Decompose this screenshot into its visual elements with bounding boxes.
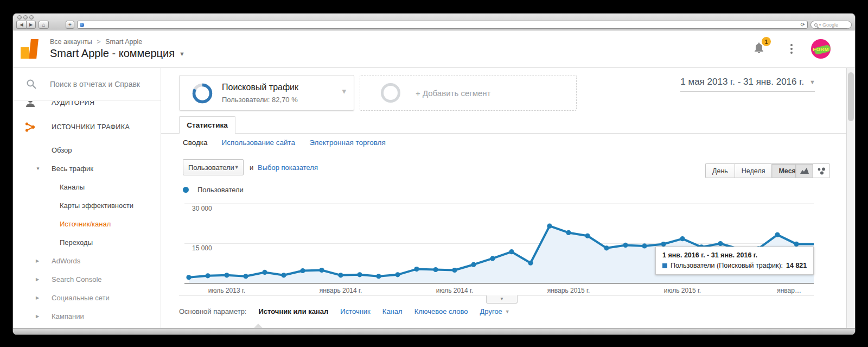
sidebar-item-social[interactable]: ▶Социальные сети	[13, 288, 161, 307]
add-segment-button[interactable]: + Добавить сегмент	[360, 75, 577, 111]
sidebar-item-treemaps[interactable]: Карты эффективности	[13, 196, 161, 214]
chevron-down-icon[interactable]: ▼	[809, 79, 815, 85]
granularity-day-button[interactable]: День	[705, 163, 735, 178]
more-menu-button[interactable]	[788, 42, 795, 56]
window-close-button[interactable]	[17, 15, 22, 20]
sidebar-item-search-console[interactable]: ▶Search Console	[13, 270, 161, 288]
reload-icon[interactable]: ⟳	[801, 22, 805, 28]
traffic-icon	[25, 122, 36, 133]
screenshot-stage: ◀ ▶ ⌂ + ⟳ ▾	[0, 0, 868, 347]
collapse-chart-button[interactable]: ▼	[486, 295, 518, 304]
sidebar-item-audience[interactable]: АУДИТОРИЯ	[13, 101, 161, 113]
sidebar-item-label: ИСТОЧНИКИ ТРАФИКА	[52, 123, 130, 131]
window-zoom-button[interactable]	[29, 15, 34, 20]
breadcrumb-root[interactable]: Все аккаунты	[50, 38, 92, 46]
notification-badge: 1	[762, 37, 771, 46]
x-axis-tick: июль 2013 г.	[208, 287, 245, 294]
tooltip-value: 14 821	[786, 262, 807, 269]
account-block: Все аккаунты > Smart Apple Smart Apple -…	[50, 38, 185, 60]
motion-chart-button[interactable]	[813, 163, 830, 178]
analytics-app: Все аккаунты > Smart Apple Smart Apple -…	[13, 30, 855, 335]
segment-chip-search-traffic[interactable]: Поисковый трафик Пользователи: 82,70 % ▾	[179, 75, 354, 111]
dimension-keyword[interactable]: Ключевое слово	[414, 307, 468, 316]
page-title: Smart Apple - коммерция	[50, 47, 175, 60]
browser-chrome: ◀ ▶ ⌂ + ⟳ ▾	[13, 14, 855, 30]
browser-search-field[interactable]: ▾	[810, 21, 852, 29]
subtab-site-usage[interactable]: Использование сайта	[222, 138, 296, 147]
chevron-right-icon[interactable]: ▶	[36, 258, 39, 263]
metric-select-value: Пользователи	[188, 163, 234, 172]
chevron-right-icon[interactable]: ▶	[36, 314, 39, 319]
add-segment-label: + Добавить сегмент	[416, 89, 491, 98]
dimension-source[interactable]: Источник	[340, 307, 371, 316]
horizontal-scrollbar[interactable]	[13, 328, 855, 335]
x-axis-tick: июль 2014 г.	[436, 287, 473, 294]
dimension-other-dropdown[interactable]: Другое▼	[480, 307, 510, 316]
window-minimize-button[interactable]	[23, 15, 28, 20]
browser-window: ◀ ▶ ⌂ + ⟳ ▾	[13, 14, 855, 335]
chart-tooltip: 1 янв. 2016 г. - 31 янв. 2016 г. Пользов…	[655, 247, 814, 275]
sidebar-item-label: AdWords	[52, 257, 80, 265]
address-input[interactable]	[86, 22, 799, 28]
sidebar-item-overview[interactable]: Обзор	[13, 141, 161, 159]
avatar-label: FORM	[813, 46, 829, 52]
sidebar-item-all-traffic[interactable]: ▼Весь трафик	[13, 159, 161, 178]
browser-toolbar: ◀ ▶ ⌂ + ⟳ ▾	[16, 21, 852, 29]
sidebar-item-referrals[interactable]: Переходы	[13, 233, 161, 251]
segment-donut-icon	[192, 83, 213, 104]
sidebar-item-channels[interactable]: Каналы	[13, 178, 161, 196]
bubbles-icon	[817, 167, 826, 175]
sidebar-item-source-medium[interactable]: Источник/канал	[13, 214, 161, 233]
date-range-selector[interactable]: 1 мая 2013 г. - 31 янв. 2016 г. ▼	[680, 77, 815, 92]
vertical-scrollbar-thumb[interactable]	[848, 72, 854, 121]
tab-statistics[interactable]: Статистика	[179, 116, 235, 134]
x-axis-tick: январ…	[777, 287, 801, 294]
x-axis-tick: январь 2014 г.	[320, 287, 362, 294]
sidebar-nav: АУДИТОРИЯИСТОЧНИКИ ТРАФИКАОбзор▼Весь тра…	[13, 101, 161, 328]
subtab-summary[interactable]: Сводка	[183, 138, 208, 147]
line-chart-icon	[800, 167, 809, 174]
address-bar[interactable]: ⟳	[77, 21, 808, 29]
chevron-right-icon[interactable]: ▶	[36, 295, 39, 300]
property-title[interactable]: Smart Apple - коммерция ▼	[50, 47, 185, 60]
dimension-source-medium[interactable]: Источник или канал	[258, 307, 328, 316]
chevron-right-icon[interactable]: ▶	[36, 277, 39, 282]
sidebar-item-adwords[interactable]: ▶AdWords	[13, 251, 161, 270]
sidebar-item-acquisition[interactable]: ИСТОЧНИКИ ТРАФИКА	[13, 113, 161, 141]
sidebar-item-label: Кампании	[52, 312, 84, 320]
new-tab-button[interactable]: +	[66, 21, 74, 29]
sidebar: АУДИТОРИЯИСТОЧНИКИ ТРАФИКАОбзор▼Весь тра…	[13, 68, 161, 328]
report-search-input[interactable]	[50, 80, 148, 89]
x-axis-tick: январь 2015 г.	[547, 287, 590, 294]
breadcrumb[interactable]: Все аккаунты > Smart Apple	[50, 38, 185, 46]
forward-button[interactable]: ▶	[26, 21, 36, 29]
home-button[interactable]: ⌂	[39, 21, 49, 29]
primary-dimension-label: Основной параметр:	[179, 307, 246, 316]
sidebar-item-label: Каналы	[60, 183, 85, 191]
chevron-down-icon[interactable]: ▼	[36, 166, 40, 171]
avatar[interactable]: FORM	[811, 39, 831, 59]
chart-type-buttons	[795, 163, 830, 178]
metric-select[interactable]: Пользователи ▼	[183, 159, 244, 175]
report-search[interactable]	[13, 68, 161, 101]
tooltip-series-label: Пользователи (Поисковый трафик):	[671, 262, 783, 269]
select-metric-link[interactable]: Выбор показателя	[258, 163, 318, 172]
window-controls	[17, 15, 34, 20]
sidebar-item-campaigns[interactable]: ▶Кампании	[13, 307, 161, 325]
chevron-down-icon: ▾	[819, 23, 821, 27]
vertical-scrollbar[interactable]	[846, 68, 855, 328]
segment-detail: Пользователи: 82,70 %	[222, 96, 298, 104]
breadcrumb-account[interactable]: Smart Apple	[105, 38, 142, 46]
chevron-down-icon[interactable]: ▾	[342, 86, 346, 96]
sidebar-item-label: Переходы	[60, 238, 93, 247]
granularity-week-button[interactable]: Неделя	[735, 163, 772, 178]
back-button[interactable]: ◀	[16, 21, 26, 29]
browser-search-input[interactable]	[822, 22, 848, 28]
dimension-medium[interactable]: Канал	[382, 307, 403, 316]
subtab-ecommerce[interactable]: Электронная торговля	[309, 138, 386, 147]
notifications-button[interactable]: 1	[752, 41, 765, 56]
chevron-down-icon[interactable]: ▼	[179, 51, 185, 57]
sidebar-item-label: АУДИТОРИЯ	[52, 101, 94, 106]
sidebar-item-label: Search Console	[52, 275, 102, 283]
line-chart-button[interactable]	[795, 163, 813, 178]
